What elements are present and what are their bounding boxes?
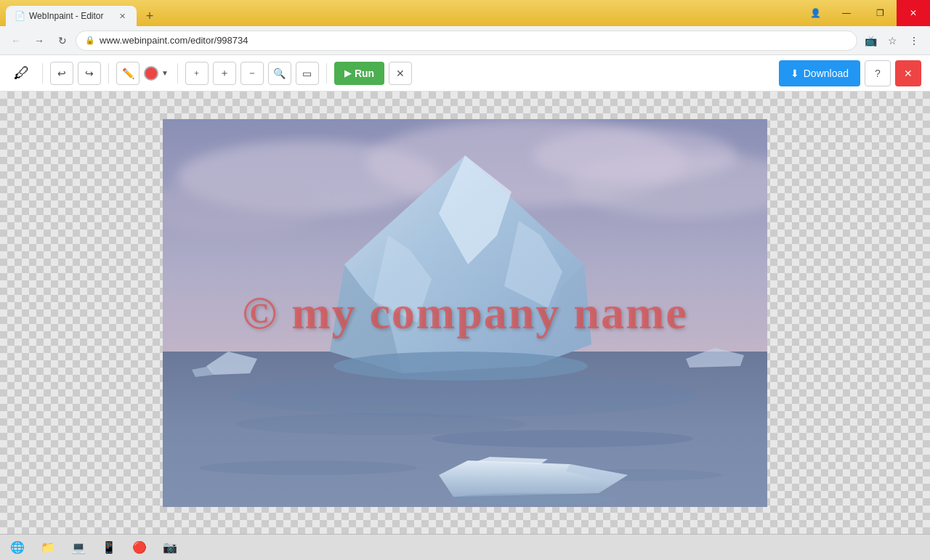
new-tab-button[interactable]: + [140,6,160,26]
zoom-small-plus-icon: ＋ [193,68,201,78]
download-label: Download [804,68,849,79]
back-button[interactable]: ← [6,31,26,51]
rect-tool[interactable]: ▭ [296,62,319,85]
restore-button[interactable]: ❐ [863,0,897,26]
rect-icon: ▭ [302,68,312,79]
help-button[interactable]: ? [865,60,891,86]
zoom-minus-button[interactable]: － [240,62,264,85]
minimize-button[interactable]: — [830,0,863,26]
taskbar-circle-icon: 🔴 [132,540,147,554]
bookmark-button[interactable]: ☆ [882,31,902,51]
eraser-icon: 🖊 [14,64,30,83]
redo-icon: ↪ [85,68,94,79]
tab-title: WebInpaint - Editor [29,11,104,21]
cancel-icon: ✕ [396,68,405,79]
reload-button[interactable]: ↻ [52,31,73,51]
taskbar-browser-icon: 🌐 [10,540,25,554]
tab-strip: 📄 WebInpaint - Editor ✕ + [6,0,160,26]
svg-point-9 [432,430,693,447]
taskbar-item-computer[interactable]: 💻 [64,537,93,559]
cast-icon: 📺 [865,35,877,46]
image-canvas [163,119,767,507]
cancel-button[interactable]: ✕ [389,62,412,85]
zoom-minus-icon: － [247,67,257,80]
taskbar-item-files[interactable]: 📁 [33,537,62,559]
separator-2 [108,63,109,84]
separator-1 [42,63,43,84]
profile-icon: 👤 [810,8,821,18]
undo-icon: ↩ [57,68,66,79]
image-container: © my company name [163,119,767,507]
undo-button[interactable]: ↩ [50,62,73,85]
taskbar: 🌐 📁 💻 📱 🔴 📷 [0,534,930,560]
bookmark-icon: ☆ [888,35,897,46]
color-picker-group: ▼ [144,66,170,81]
svg-point-18 [333,352,588,381]
editor-toolbar: 🖊 ↩ ↪ ✏️ ▼ ＋ ＋ － [0,55,930,92]
svg-point-22 [450,493,617,505]
taskbar-files-icon: 📁 [41,540,55,554]
taskbar-item-browser[interactable]: 🌐 [3,537,32,559]
reload-icon: ↻ [58,35,67,46]
svg-point-8 [235,413,526,435]
zoom-small-plus-button[interactable]: ＋ [185,62,209,85]
svg-point-5 [533,128,737,183]
download-button[interactable]: ⬇ Download [779,60,860,86]
active-tab[interactable]: 📄 WebInpaint - Editor ✕ [6,6,137,26]
chrome-menu-icon: ⋮ [909,35,919,46]
eraser-tool[interactable]: 🖊 [9,60,35,86]
zoom-search-button[interactable]: 🔍 [268,62,291,85]
chrome-titlebar: 📄 WebInpaint - Editor ✕ + 👤 — ❐ ✕ [0,0,930,26]
cast-button[interactable]: 📺 [860,31,881,51]
minimize-icon: — [842,8,851,18]
address-bar[interactable]: 🔒 www.webinpaint.com/editor/998734 [76,31,857,51]
url-text: www.webinpaint.com/editor/998734 [100,35,848,46]
zoom-large-plus-button[interactable]: ＋ [213,62,236,85]
canvas-area: © my company name [0,92,930,534]
forward-icon: → [34,35,44,46]
forward-button[interactable]: → [29,31,49,51]
run-play-icon: ▶ [344,68,351,78]
redo-button[interactable]: ↪ [78,62,101,85]
profile-button[interactable]: 👤 [801,0,830,26]
color-swatch[interactable] [144,66,158,81]
taskbar-item-phone[interactable]: 📱 [94,537,124,559]
chrome-menu-button[interactable]: ⋮ [904,31,924,51]
window-close-button[interactable]: ✕ [897,0,930,26]
taskbar-phone-icon: 📱 [102,540,116,554]
editor-close-icon: ✕ [904,68,913,79]
svg-point-10 [199,460,417,475]
color-dropdown-arrow[interactable]: ▼ [160,69,170,77]
pen-tool[interactable]: ✏️ [116,62,140,85]
tab-favicon: 📄 [15,11,25,21]
lock-icon: 🔒 [85,36,95,45]
tab-close-button[interactable]: ✕ [116,10,128,22]
zoom-large-plus-icon: ＋ [219,67,230,80]
pen-icon: ✏️ [122,68,134,79]
taskbar-computer-icon: 💻 [71,540,86,554]
taskbar-camera-icon: 📷 [163,540,177,554]
download-icon: ⬇ [790,68,799,79]
window-controls: 👤 — ❐ ✕ [801,0,930,26]
run-button[interactable]: ▶ Run [334,62,384,85]
taskbar-item-camera[interactable]: 📷 [155,537,185,559]
editor-page: 📄 WebInpaint - Editor ✕ + 👤 — ❐ ✕ ← [0,0,930,560]
addressbar-right: 📺 ☆ ⋮ [860,31,924,51]
back-icon: ← [11,35,21,46]
separator-4 [326,63,327,84]
restore-icon: ❐ [876,8,884,18]
chrome-addressbar: ← → ↻ 🔒 www.webinpaint.com/editor/998734… [0,26,930,55]
editor-close-button[interactable]: ✕ [895,60,921,86]
run-label: Run [355,68,374,79]
window-close-icon: ✕ [910,8,917,18]
zoom-search-icon: 🔍 [273,68,286,79]
taskbar-item-circle[interactable]: 🔴 [125,537,154,559]
separator-3 [177,63,178,84]
help-icon: ? [875,68,881,79]
